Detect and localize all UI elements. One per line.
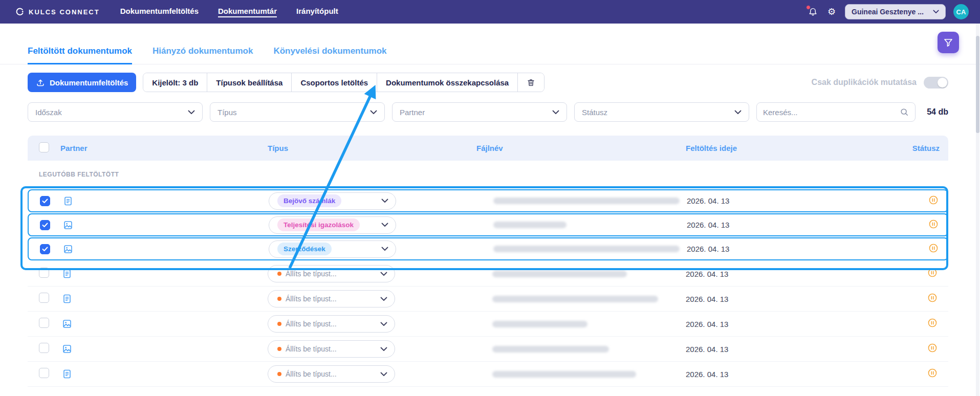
- table-row[interactable]: Állíts be típust...2026. 04. 13: [28, 362, 948, 387]
- row-type-select[interactable]: Bejövő számlák: [269, 192, 396, 210]
- selected-count-button[interactable]: Kijelölt: 3 db: [143, 73, 207, 92]
- settings-gear-icon[interactable]: ⚙: [826, 6, 837, 17]
- chevron-down-icon: [380, 297, 387, 301]
- row-type-select[interactable]: Teljesítési igazolások: [269, 216, 396, 234]
- column-header-tipus[interactable]: Típus: [268, 144, 395, 152]
- upload-icon: [36, 78, 45, 87]
- status-pending-icon[interactable]: [929, 244, 938, 253]
- result-count: 54 db: [923, 107, 948, 117]
- upload-date: 2026. 04. 13: [686, 345, 866, 354]
- row-checkbox[interactable]: [39, 318, 49, 328]
- document-tabs: Feltöltött dokumentumok Hiányzó dokument…: [0, 24, 980, 64]
- filename-blurred: [492, 346, 609, 353]
- filter-row: Időszak Típus Partner Státusz 54 db: [28, 102, 948, 122]
- status-pending-icon[interactable]: [928, 293, 937, 302]
- filter-partner-label: Partner: [400, 108, 425, 117]
- row-checkbox[interactable]: [39, 268, 49, 278]
- table-row[interactable]: Szerződések2026. 04. 13: [28, 237, 948, 260]
- filename-blurred: [493, 197, 680, 204]
- chevron-down-icon: [381, 199, 388, 203]
- table-row[interactable]: Teljesítési igazolások2026. 04. 13: [28, 213, 948, 236]
- status-pending-icon[interactable]: [928, 368, 937, 378]
- filter-statusz-select[interactable]: Státusz: [574, 102, 749, 122]
- status-pending-icon[interactable]: [929, 195, 938, 205]
- row-checkbox[interactable]: [40, 196, 50, 206]
- link-documents-button[interactable]: Dokumentumok összekapcsolása: [377, 73, 518, 92]
- table-row[interactable]: Állíts be típust...2026. 04. 13: [28, 312, 948, 337]
- filename-blurred: [493, 246, 680, 252]
- nav-item-dokumentumtar[interactable]: Dokumentumtár: [218, 7, 277, 17]
- upload-date: 2026. 04. 13: [687, 245, 867, 253]
- row-checkbox[interactable]: [39, 368, 49, 378]
- column-header-statusz[interactable]: Státusz: [866, 144, 948, 152]
- bulk-actions-group: Kijelölt: 3 db Típusok beállítása Csopor…: [143, 73, 545, 92]
- search-icon: [900, 107, 909, 117]
- unset-type-dot-icon: [277, 372, 281, 376]
- section-label: LEGUTÓBB FELTÖLTÖTT: [39, 171, 119, 178]
- notifications-bell-icon[interactable]: [807, 6, 818, 17]
- upload-documents-button[interactable]: Dokumentumfeltöltés: [28, 73, 136, 92]
- filter-tipus-select[interactable]: Típus: [210, 102, 385, 122]
- table-body: Bejövő számlák2026. 04. 13Teljesítési ig…: [28, 189, 948, 387]
- row-checkbox[interactable]: [39, 293, 49, 303]
- scrollbar-thumb[interactable]: [976, 36, 979, 133]
- row-type-select[interactable]: Állíts be típust...: [268, 315, 395, 333]
- scrollbar[interactable]: [976, 24, 979, 396]
- documents-table: Partner Típus Fájlnév Feltöltés ideje St…: [28, 136, 948, 387]
- table-row[interactable]: Állíts be típust...2026. 04. 13: [28, 261, 948, 287]
- filter-idoszak-select[interactable]: Időszak: [28, 102, 203, 122]
- floating-action-button[interactable]: [938, 32, 959, 53]
- nav-item-iranyitopult[interactable]: Irányítópult: [296, 7, 338, 17]
- main-nav: Dokumentumfeltöltés Dokumentumtár Irányí…: [120, 7, 338, 17]
- filename-blurred: [492, 296, 658, 302]
- nav-item-dokumentumfeltoltes[interactable]: Dokumentumfeltöltés: [120, 7, 199, 17]
- column-header-fajlnev[interactable]: Fájlnév: [395, 144, 686, 152]
- duplicates-toggle-wrap: Csak duplikációk mutatása: [812, 77, 948, 89]
- table-row[interactable]: Állíts be típust...2026. 04. 13: [28, 337, 948, 362]
- delete-button[interactable]: [518, 73, 544, 92]
- search-box[interactable]: [756, 102, 916, 122]
- image-icon: [57, 319, 89, 329]
- row-type-select[interactable]: Állíts be típust...: [268, 265, 395, 282]
- tab-feltoltott-dokumentumok[interactable]: Feltöltött dokumentumok: [28, 46, 132, 64]
- column-header-feltoltes-ideje[interactable]: Feltöltés ideje: [686, 144, 866, 152]
- type-badge: Szerződések: [277, 243, 332, 255]
- select-all-checkbox[interactable]: [39, 142, 49, 152]
- row-type-select[interactable]: Szerződések: [269, 240, 396, 258]
- status-pending-icon[interactable]: [928, 318, 937, 327]
- avatar[interactable]: CA: [953, 4, 969, 19]
- company-selector[interactable]: Guineai Gesztenye ...: [845, 4, 946, 19]
- status-pending-icon[interactable]: [928, 268, 937, 277]
- table-row[interactable]: Állíts be típust...2026. 04. 13: [28, 287, 948, 312]
- filename-blurred: [492, 271, 627, 277]
- filter-partner-select[interactable]: Partner: [392, 102, 567, 122]
- row-type-select[interactable]: Állíts be típust...: [268, 365, 395, 383]
- column-header-partner[interactable]: Partner: [57, 144, 268, 152]
- upload-date: 2026. 04. 13: [687, 196, 867, 205]
- search-input[interactable]: [763, 108, 900, 117]
- image-icon: [57, 344, 89, 354]
- status-pending-icon[interactable]: [929, 219, 938, 229]
- type-placeholder: Állíts be típust...: [277, 270, 337, 278]
- duplicates-toggle[interactable]: [924, 77, 948, 89]
- chevron-down-icon: [188, 110, 195, 115]
- file-icon: [57, 294, 89, 304]
- bulk-download-button[interactable]: Csoportos letöltés: [292, 73, 377, 92]
- row-checkbox[interactable]: [39, 343, 49, 353]
- tab-hianyzo-dokumentumok[interactable]: Hiányzó dokumentumok: [153, 46, 253, 64]
- row-checkbox[interactable]: [40, 244, 50, 254]
- company-selector-label: Guineai Gesztenye ...: [852, 8, 924, 16]
- table-row[interactable]: Bejövő számlák2026. 04. 13: [28, 189, 948, 212]
- file-icon: [58, 196, 90, 206]
- row-type-select[interactable]: Állíts be típust...: [268, 290, 395, 307]
- row-type-select[interactable]: Állíts be típust...: [268, 340, 395, 358]
- brand-logo[interactable]: KULCS CONNECT: [15, 7, 100, 16]
- tab-konyvelesi-dokumentumok[interactable]: Könyvelési dokumentumok: [273, 46, 386, 64]
- chevron-down-icon: [933, 10, 939, 14]
- image-icon: [58, 244, 90, 254]
- duplicates-toggle-label: Csak duplikációk mutatása: [812, 78, 917, 87]
- row-checkbox[interactable]: [40, 220, 50, 230]
- status-pending-icon[interactable]: [928, 343, 937, 353]
- set-types-button[interactable]: Típusok beállítása: [207, 73, 292, 92]
- unset-type-dot-icon: [277, 297, 281, 301]
